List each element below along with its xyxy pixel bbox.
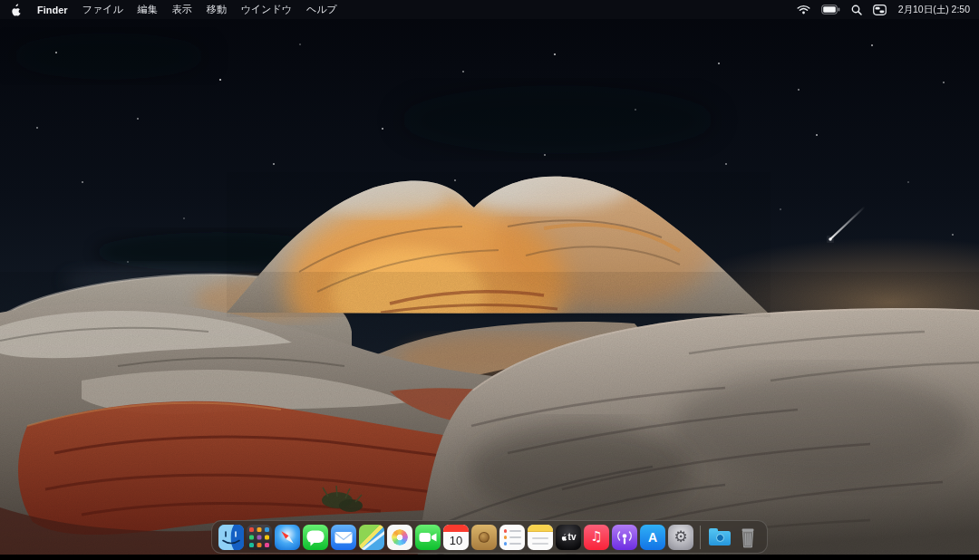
folder-emblem-icon — [716, 534, 724, 542]
dock-divider — [700, 526, 701, 549]
flower-icon — [392, 529, 408, 546]
apple-menu[interactable] — [9, 4, 30, 16]
menu-go[interactable]: 移動 — [199, 0, 234, 19]
dock-icon-trash[interactable] — [735, 525, 761, 550]
dock-icon-app-store[interactable]: A — [640, 525, 665, 550]
apple-logo-icon — [561, 534, 567, 541]
dock-icon-mail[interactable] — [331, 525, 356, 550]
desktop-wallpaper[interactable] — [0, 0, 979, 560]
desktop: Finder ファイル 編集 表示 移動 ウインドウ ヘルプ — [0, 0, 979, 560]
speech-bubble-icon — [303, 525, 328, 550]
calendar-month-bar — [443, 525, 469, 532]
dock-icon-calendar[interactable]: 10 — [443, 525, 469, 550]
compass-icon — [275, 525, 300, 550]
dock-icon-maps[interactable] — [359, 525, 384, 550]
gear-icon: ⚙ — [674, 529, 687, 545]
dock-icon-contacts[interactable] — [471, 525, 497, 550]
dock-icon-music[interactable]: ♫ — [584, 525, 609, 550]
menu-bar: Finder ファイル 編集 表示 移動 ウインドウ ヘルプ — [0, 0, 979, 19]
dock-icon-finder[interactable] — [218, 525, 244, 550]
dock-icon-launchpad[interactable] — [247, 525, 272, 550]
dock: 10 tv ♫ — [211, 520, 768, 554]
music-note-icon: ♫ — [590, 530, 602, 544]
broadcast-icon — [612, 525, 637, 550]
menu-window[interactable]: ウインドウ — [234, 0, 299, 19]
dock-icon-downloads-folder[interactable] — [707, 525, 732, 550]
apple-logo-icon — [11, 4, 22, 16]
launchpad-grid-icon — [249, 527, 254, 532]
menubar-clock[interactable]: 2月10日(土) 2:50 — [892, 4, 970, 16]
dock-icon-notes[interactable] — [528, 525, 553, 550]
map-road-icon — [359, 527, 384, 550]
letterbox-bar — [0, 555, 979, 560]
dock-icon-messages[interactable] — [303, 525, 328, 550]
dock-icon-tv[interactable]: tv — [556, 525, 581, 550]
menu-file[interactable]: ファイル — [75, 0, 131, 19]
trash-bin-icon — [735, 525, 761, 550]
dock-icon-facetime[interactable] — [415, 525, 441, 550]
video-camera-icon — [415, 525, 441, 550]
dock-icon-photos[interactable] — [387, 525, 412, 550]
envelope-icon — [331, 525, 356, 550]
dock-icon-safari[interactable] — [275, 525, 300, 550]
battery-icon[interactable] — [816, 5, 846, 14]
contacts-emblem-icon — [479, 532, 490, 543]
notes-header-bar — [528, 525, 553, 533]
dock-icon-reminders[interactable] — [499, 525, 525, 550]
control-center-icon[interactable] — [868, 5, 892, 15]
dock-icon-system-settings[interactable]: ⚙ — [668, 525, 693, 550]
tv-label: tv — [568, 532, 577, 542]
wifi-icon[interactable] — [791, 5, 816, 14]
menubar-app-name[interactable]: Finder — [30, 0, 75, 19]
menu-edit[interactable]: 編集 — [131, 0, 165, 19]
menu-view[interactable]: 表示 — [165, 0, 199, 19]
app-store-letter: A — [648, 530, 657, 545]
calendar-day-number: 10 — [443, 532, 469, 550]
spotlight-search-icon[interactable] — [846, 5, 868, 15]
menu-help[interactable]: ヘルプ — [299, 0, 344, 19]
dock-icon-podcasts[interactable] — [612, 525, 637, 550]
